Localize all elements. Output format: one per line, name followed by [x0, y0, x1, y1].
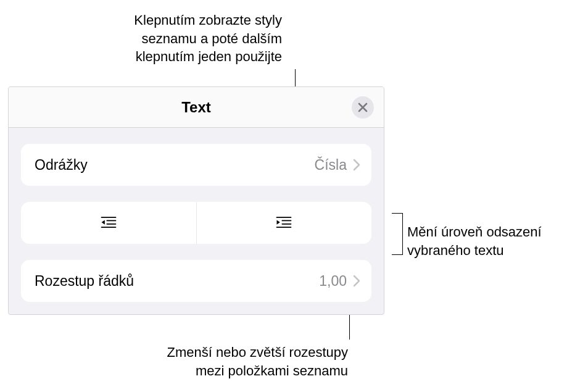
- outdent-icon: [99, 214, 118, 232]
- panel-title: Text: [181, 99, 211, 116]
- line-spacing-row[interactable]: Rozestup řádků 1,00: [21, 260, 371, 302]
- outdent-button[interactable]: [21, 202, 197, 244]
- line-spacing-label: Rozestup řádků: [35, 273, 319, 290]
- close-icon: [358, 102, 368, 112]
- text-format-panel: Text Odrážky Čísla: [8, 86, 384, 315]
- callout-bottom: Zmenší nebo zvětší rozestupymezi položka…: [101, 343, 348, 380]
- callout-right: Mění úroveň odsazenívybraného textu: [407, 223, 542, 259]
- indent-controls: [21, 202, 371, 244]
- indent-icon: [275, 214, 293, 232]
- line-spacing-value: 1,00: [319, 273, 347, 290]
- panel-body: Odrážky Čísla: [9, 128, 384, 302]
- close-button[interactable]: [352, 96, 374, 119]
- callout-top: Klepnutím zobrazte styly seznamu a poté …: [103, 11, 282, 66]
- bullets-label: Odrážky: [35, 157, 315, 173]
- chevron-right-icon: [353, 275, 360, 287]
- leader-bracket-right: [392, 213, 403, 255]
- bullets-row[interactable]: Odrážky Čísla: [21, 144, 371, 186]
- indent-button[interactable]: [197, 202, 372, 244]
- chevron-right-icon: [353, 159, 360, 171]
- panel-header: Text: [9, 87, 384, 128]
- bullets-value: Čísla: [315, 157, 347, 173]
